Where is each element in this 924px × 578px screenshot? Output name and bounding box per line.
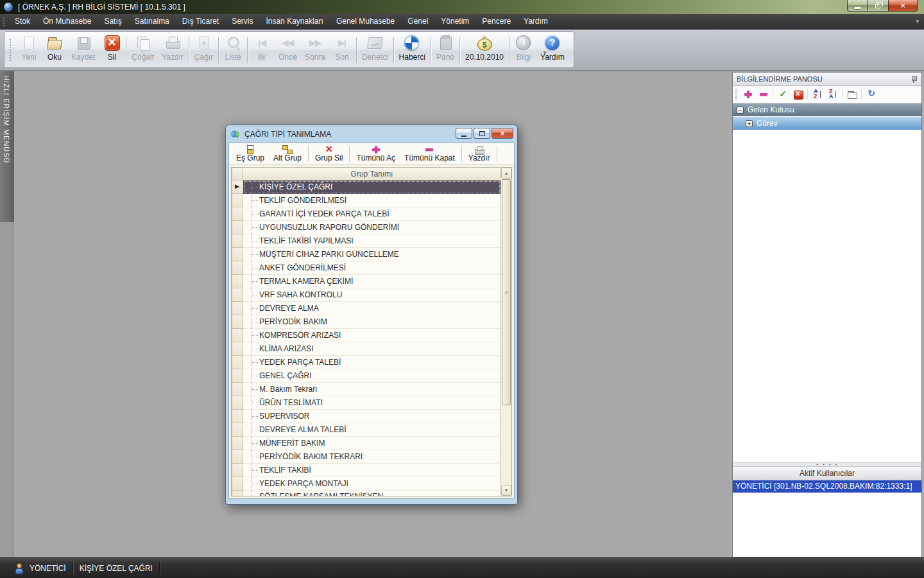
row-indicator-cell[interactable] xyxy=(232,288,243,302)
scroll-thumb[interactable]: ≡ xyxy=(502,179,511,405)
vertical-scrollbar[interactable]: ▲ ≡ ▼ xyxy=(501,168,511,496)
tree-row[interactable]: M. Bakım Tekrarı xyxy=(243,383,501,396)
tree-row[interactable]: MÜNFERİT BAKIM xyxy=(243,437,501,450)
row-indicator-cell[interactable] xyxy=(232,194,243,207)
tree-node-gorev[interactable]: + Görev xyxy=(733,117,921,130)
menubar-overflow-icon[interactable]: ▾ xyxy=(916,18,919,24)
row-indicator-cell[interactable] xyxy=(232,437,243,450)
toolbar-button[interactable]: Çağır xyxy=(191,34,217,66)
toolbar-button[interactable]: Haberci xyxy=(395,34,429,66)
restore-button[interactable] xyxy=(868,0,888,12)
row-indicator-cell[interactable] xyxy=(232,302,243,315)
toolbar-button[interactable]: Sonra xyxy=(301,34,329,66)
menu-item[interactable]: Genel Muhasebe xyxy=(330,14,401,29)
collapse-expander-icon[interactable]: − xyxy=(737,107,744,114)
dialog-toolbar-button[interactable]: Yazdır xyxy=(464,143,495,164)
tree-row[interactable]: TEKLİF TAKİBİ xyxy=(243,464,501,477)
toolbar-button[interactable]: Bilgi xyxy=(511,34,536,66)
scroll-up-button[interactable]: ▲ xyxy=(501,168,511,179)
tree-row[interactable]: YEDEK PARÇA TALEBİ xyxy=(243,356,501,369)
menu-item[interactable]: Yönetim xyxy=(434,14,475,29)
dialog-toolbar-button[interactable]: Eş Grup xyxy=(232,143,269,164)
row-indicator-cell[interactable] xyxy=(232,410,243,423)
toolbar-button[interactable]: Yeni xyxy=(16,34,42,66)
tree-row[interactable]: KİŞİYE ÖZEL ÇAĞRI xyxy=(243,180,501,194)
row-indicator-cell[interactable] xyxy=(232,275,243,288)
row-indicator-cell[interactable] xyxy=(232,248,243,261)
toolbar-button[interactable]: Son xyxy=(329,34,355,66)
tree-row[interactable]: PERİYODİK BAKIM TEKRARI xyxy=(243,450,501,464)
quick-access-tab[interactable]: HIZLI ERİŞİM MENÜSÜ xyxy=(0,71,14,222)
tree-node-gelen-kutusu[interactable]: − Gelen Kutusu xyxy=(733,103,921,117)
menu-item[interactable]: Genel xyxy=(401,14,434,29)
row-indicator-cell[interactable] xyxy=(232,491,243,497)
toolbar-button[interactable]: Sil xyxy=(99,34,124,66)
toolbar-overflow-icon[interactable]: ▾ xyxy=(543,49,547,56)
row-indicator-cell[interactable] xyxy=(232,464,243,477)
tree-row[interactable]: UYGUNSUZLUK RAPORU GÖNDERİMİ xyxy=(243,221,501,234)
row-indicator-cell[interactable] xyxy=(232,207,243,221)
menu-item[interactable]: İnsan Kaynakları xyxy=(260,14,330,29)
menu-item[interactable]: Satış xyxy=(98,14,128,29)
toolbar-button[interactable]: Liste xyxy=(220,34,246,66)
toolbar-button[interactable]: Denetci xyxy=(358,34,392,66)
menu-item[interactable]: Yardım xyxy=(517,14,554,29)
dialog-minimize-button[interactable] xyxy=(456,128,472,139)
info-toolbar-button[interactable] xyxy=(825,87,841,101)
tree-row[interactable]: ÜRÜN TESLİMATI xyxy=(243,396,501,410)
active-user-row[interactable]: YÖNETİCİ [301.NB-02.SQL2008.BAKIM:82:133… xyxy=(733,480,921,493)
toolbar-button[interactable]: Önce xyxy=(275,34,301,66)
tree-row[interactable]: KOMPRESÖR ARIZASI xyxy=(243,329,501,342)
row-indicator-cell[interactable] xyxy=(232,221,243,234)
info-toolbar-button[interactable] xyxy=(740,87,756,101)
menu-item[interactable]: Ön Muhasebe xyxy=(37,14,98,29)
pin-icon[interactable] xyxy=(910,74,918,83)
close-button[interactable]: × xyxy=(888,0,918,12)
tree-row[interactable]: TERMAL KAMERA ÇEKİMİ xyxy=(243,275,501,288)
row-indicator-cell[interactable]: ▶ xyxy=(232,180,243,194)
menu-item[interactable]: Servis xyxy=(225,14,259,29)
panel-splitter[interactable]: ▪ ▪ ▪ ▪ xyxy=(733,462,921,467)
dialog-toolbar-button[interactable]: Alt Grup xyxy=(269,143,306,164)
toolbar-button[interactable]: Oku xyxy=(42,34,67,66)
tree-row[interactable]: KLİMA ARIZASI xyxy=(243,342,501,356)
toolbar-button[interactable]: Pano xyxy=(432,34,458,66)
minimize-button[interactable] xyxy=(847,0,868,12)
dialog-close-button[interactable]: × xyxy=(492,128,513,139)
row-indicator-cell[interactable] xyxy=(232,234,243,248)
grid-column-header[interactable]: Grup Tanımı xyxy=(243,168,501,180)
info-toolbar-button[interactable] xyxy=(844,87,860,101)
toolbar-button[interactable]: İlk xyxy=(249,34,275,66)
row-indicator-cell[interactable] xyxy=(232,342,243,356)
row-indicator-cell[interactable] xyxy=(232,383,243,396)
expand-expander-icon[interactable]: + xyxy=(746,120,753,127)
tree-row[interactable]: YEDEK PARÇA MONTAJI xyxy=(243,477,501,491)
scroll-down-button[interactable]: ▼ xyxy=(501,485,511,496)
row-indicator-cell[interactable] xyxy=(232,369,243,383)
info-toolbar-button[interactable] xyxy=(756,87,771,101)
row-indicator-cell[interactable] xyxy=(232,450,243,464)
quick-access-strip[interactable]: HIZLI ERİŞİM MENÜSÜ xyxy=(0,71,14,557)
tree-row[interactable]: GENEL ÇAĞRI xyxy=(243,369,501,383)
tree-row[interactable]: SUPERVISOR xyxy=(243,410,501,423)
info-toolbar-button[interactable] xyxy=(791,87,806,101)
menu-item[interactable]: Dış Ticaret xyxy=(176,14,225,29)
toolbar-button[interactable]: Yardım xyxy=(536,34,569,66)
dialog-toolbar-button[interactable]: Tümünü Kapat xyxy=(400,143,459,164)
menu-item[interactable]: Stok xyxy=(8,14,37,29)
tree-row[interactable]: DEVREYE ALMA xyxy=(243,302,501,315)
tree-row[interactable]: SÖZLEŞME KAPSAMI TEKNİSYEN xyxy=(243,491,501,496)
tree-row[interactable]: PERİYODİK BAKIM xyxy=(243,315,501,329)
info-toolbar-button[interactable] xyxy=(810,87,825,101)
dialog-toolbar-button[interactable]: Grup Sil xyxy=(311,143,347,164)
tree-row[interactable]: VRF SAHA KONTROLU xyxy=(243,288,501,302)
tree-row[interactable]: DEVREYE ALMA TALEBİ xyxy=(243,423,501,437)
row-indicator-cell[interactable] xyxy=(232,396,243,410)
row-indicator-cell[interactable] xyxy=(232,423,243,437)
row-indicator-cell[interactable] xyxy=(232,356,243,369)
dialog-maximize-button[interactable] xyxy=(474,128,490,139)
info-toolbar-button[interactable] xyxy=(864,87,879,101)
row-indicator-cell[interactable] xyxy=(232,477,243,491)
toolbar-button[interactable]: 20.10.2010 xyxy=(461,34,508,66)
tree-row[interactable]: ANKET GÖNDERİLMESİ xyxy=(243,261,501,275)
